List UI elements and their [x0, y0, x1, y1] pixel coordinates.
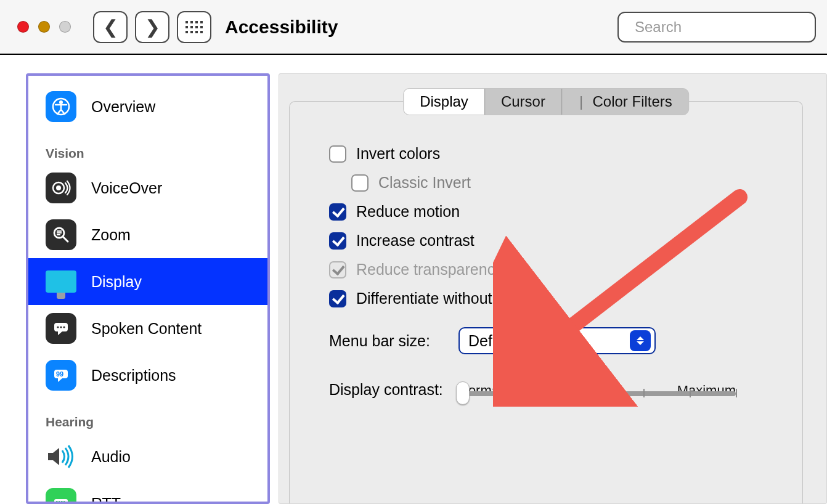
sidebar-item-label: RTT — [91, 495, 121, 502]
option-differentiate-without-color: Differentiate without color — [329, 290, 763, 307]
tab-display[interactable]: Display — [404, 89, 484, 115]
window-title: Accessibility — [225, 17, 338, 38]
select-stepper-icon — [630, 330, 651, 351]
close-window-button[interactable] — [17, 21, 29, 33]
checkbox-reduce-transparency — [329, 261, 346, 278]
spoken-content-icon — [46, 313, 76, 344]
option-classic-invert: Classic Invert — [351, 174, 763, 192]
zoom-icon — [46, 219, 76, 250]
svg-point-13 — [60, 326, 62, 328]
sidebar-item-label: Audio — [91, 448, 131, 466]
chevron-left-icon: ❮ — [103, 16, 118, 38]
option-reduce-motion: Reduce motion — [329, 203, 763, 221]
sidebar-item-zoom[interactable]: Zoom — [28, 211, 267, 258]
sidebar-list: Overview Vision VoiceOver Zoom Displa — [28, 76, 267, 502]
label-reduce-motion: Reduce motion — [356, 203, 460, 221]
label-increase-contrast: Increase contrast — [356, 232, 475, 250]
display-settings-panel: Display Cursor | Color Filters Invert co… — [289, 101, 803, 503]
sidebar-item-display[interactable]: Display — [28, 258, 267, 305]
row-display-contrast: Display contrast: — [329, 380, 763, 399]
chevron-right-icon: ❯ — [145, 16, 160, 38]
window-controls — [17, 21, 71, 33]
svg-point-14 — [63, 326, 65, 328]
slider-tick — [643, 389, 645, 397]
slider-tick — [505, 389, 506, 397]
sidebar-item-label: Spoken Content — [91, 320, 202, 338]
label-differentiate-without-color: Differentiate without color — [356, 290, 530, 307]
slider-tick — [551, 389, 552, 397]
sidebar-item-label: Descriptions — [91, 367, 176, 384]
tab-color-filters-label: Color Filters — [592, 93, 672, 110]
zoom-window-button[interactable] — [59, 21, 71, 33]
option-increase-contrast: Increase contrast — [329, 232, 763, 250]
nav-buttons: ❮ ❯ — [93, 11, 169, 43]
svg-point-3 — [59, 100, 63, 104]
tab-cursor[interactable]: Cursor — [484, 89, 561, 115]
sidebar-item-voiceover[interactable]: VoiceOver — [28, 165, 267, 211]
checkbox-increase-contrast[interactable] — [329, 232, 346, 250]
option-invert-colors: Invert colors — [329, 145, 763, 163]
select-menu-bar-size-value: Default — [468, 332, 630, 350]
label-menu-bar-size: Menu bar size: — [329, 332, 458, 350]
svg-rect-20 — [61, 501, 63, 502]
svg-line-7 — [63, 237, 68, 242]
svg-rect-21 — [63, 501, 65, 502]
slider-thumb[interactable] — [456, 381, 470, 405]
option-reduce-transparency: Reduce transparency — [329, 261, 763, 278]
svg-point-5 — [56, 185, 61, 190]
slider-container: Normal Maximum — [458, 380, 754, 399]
slider-max-label: Maximum — [677, 383, 736, 399]
sidebar-heading-vision: Vision — [28, 130, 267, 165]
search-field[interactable] — [617, 12, 816, 43]
label-reduce-transparency: Reduce transparency — [356, 261, 503, 278]
audio-icon — [46, 441, 76, 472]
label-classic-invert: Classic Invert — [378, 174, 471, 192]
sidebar-item-label: Overview — [91, 98, 155, 116]
checkbox-classic-invert[interactable] — [351, 174, 369, 192]
content-panel: Display Cursor | Color Filters Invert co… — [279, 73, 827, 504]
forward-button[interactable]: ❯ — [135, 11, 169, 43]
window-body: Overview Vision VoiceOver Zoom Displa — [0, 55, 827, 504]
display-icon — [46, 266, 76, 297]
select-menu-bar-size[interactable]: Default — [458, 327, 656, 354]
checkbox-invert-colors[interactable] — [329, 145, 346, 163]
grid-icon — [185, 21, 203, 33]
checkbox-reduce-motion[interactable] — [329, 203, 346, 221]
tab-divider-icon: | — [578, 93, 584, 110]
sidebar-item-rtt[interactable]: RTT — [28, 480, 267, 502]
svg-rect-19 — [59, 501, 60, 502]
slider-tick — [736, 389, 737, 397]
label-display-contrast: Display contrast: — [329, 381, 458, 399]
svg-text:99: 99 — [56, 370, 63, 378]
sidebar-heading-hearing: Hearing — [28, 399, 267, 433]
slider-tick — [597, 389, 598, 397]
row-menu-bar-size: Menu bar size: Default — [329, 327, 763, 354]
sidebar-item-overview[interactable]: Overview — [28, 83, 267, 130]
show-all-button[interactable] — [177, 11, 211, 43]
display-tabs: Display Cursor | Color Filters — [403, 88, 689, 115]
voiceover-icon — [46, 173, 76, 203]
back-button[interactable]: ❮ — [93, 11, 128, 43]
sidebar-item-audio[interactable]: Audio — [28, 433, 267, 480]
sidebar: Overview Vision VoiceOver Zoom Displa — [26, 73, 270, 504]
toolbar: ❮ ❯ Accessibility — [0, 0, 827, 55]
sidebar-item-label: Display — [91, 273, 142, 291]
display-options: Invert colors Classic Invert Reduce moti… — [290, 102, 802, 399]
minimize-window-button[interactable] — [38, 21, 50, 33]
rtt-icon — [46, 488, 76, 502]
accessibility-icon — [46, 91, 76, 122]
sidebar-item-spoken-content[interactable]: Spoken Content — [28, 305, 267, 352]
checkbox-differentiate-without-color[interactable] — [329, 290, 346, 307]
sidebar-item-label: Zoom — [91, 226, 131, 244]
sidebar-item-descriptions[interactable]: 99 Descriptions — [28, 352, 267, 399]
search-input[interactable] — [633, 18, 820, 36]
slider-tick — [690, 389, 691, 397]
descriptions-icon: 99 — [46, 360, 76, 391]
sidebar-item-label: VoiceOver — [91, 179, 162, 197]
svg-rect-18 — [56, 501, 58, 502]
label-invert-colors: Invert colors — [356, 145, 440, 163]
svg-point-12 — [57, 326, 59, 328]
tab-color-filters[interactable]: | Color Filters — [561, 89, 688, 115]
